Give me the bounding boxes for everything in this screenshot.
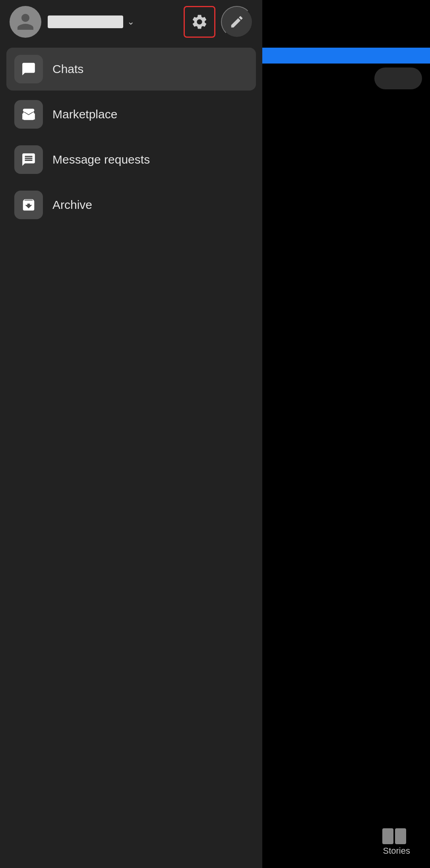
message-requests-icon (21, 152, 36, 167)
menu-item-chats[interactable]: Chats (6, 48, 256, 91)
chat-icon-wrap (14, 55, 43, 83)
chevron-down-icon[interactable]: ⌄ (127, 17, 134, 27)
menu-item-marketplace[interactable]: Marketplace (6, 93, 256, 136)
username-bar (48, 15, 123, 28)
avatar[interactable] (10, 6, 41, 38)
settings-button[interactable] (184, 6, 215, 38)
right-panel: Stories (259, 0, 430, 868)
toggle-pill (374, 68, 422, 89)
chats-label: Chats (52, 62, 83, 76)
main-panel: ⌄ Chats (0, 0, 262, 868)
archive-label: Archive (52, 198, 92, 212)
marketplace-icon (21, 107, 36, 122)
archive-icon (21, 197, 36, 212)
message-requests-icon-wrap (14, 145, 43, 174)
screen: Stories ⌄ (0, 0, 430, 868)
marketplace-label: Marketplace (52, 108, 117, 121)
stories-icon (382, 828, 406, 844)
compose-button[interactable] (221, 6, 253, 38)
message-requests-label: Message requests (52, 153, 150, 166)
header: ⌄ (0, 0, 262, 44)
menu-item-message-requests[interactable]: Message requests (6, 138, 256, 181)
marketplace-icon-wrap (14, 100, 43, 129)
chat-icon (21, 62, 36, 77)
archive-icon-wrap (14, 191, 43, 219)
username-area: ⌄ (48, 15, 180, 28)
stories-label: Stories (383, 846, 410, 856)
blue-bar (259, 48, 430, 64)
menu-item-archive[interactable]: Archive (6, 183, 256, 226)
menu-list: Chats Marketplace (0, 44, 262, 233)
